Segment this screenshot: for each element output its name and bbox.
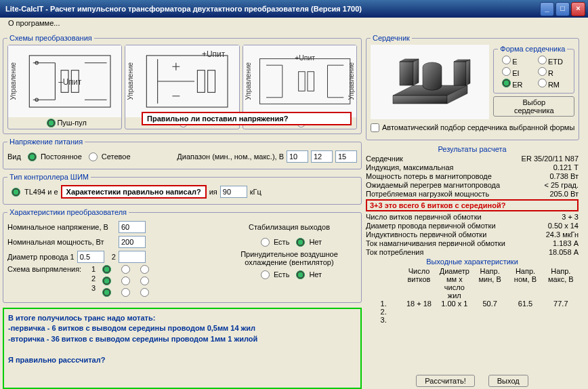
- result-row: Индукция, максимальная0.121 Т: [366, 163, 579, 171]
- rect-1-1[interactable]: [102, 265, 111, 274]
- result-row: Индуктивность первичной обмотки24.3 мкГн: [366, 230, 579, 239]
- result-row: Ток намагничивания первичной обмотки1.18…: [366, 239, 579, 247]
- close-button[interactable]: ×: [571, 2, 585, 16]
- menu-about[interactable]: О программе...: [4, 18, 64, 28]
- rect-2-2[interactable]: [121, 277, 130, 285]
- svg-rect-8: [208, 70, 215, 93]
- annotation-red-1: Правильно ли поставил напряжения?: [142, 112, 352, 125]
- converter-group: Характеристики преобразователя Номинальн…: [3, 208, 362, 303]
- output-row: 2.: [366, 308, 579, 316]
- auto-core-checkbox[interactable]: [371, 123, 379, 132]
- annotation-red-2: Характеистики правильно написал?: [61, 185, 207, 199]
- shape-EI-radio[interactable]: [502, 67, 511, 76]
- output-row: 3.: [366, 316, 579, 324]
- cool-no-radio[interactable]: [296, 270, 305, 279]
- shape-ETD-radio[interactable]: [538, 56, 547, 64]
- exit-button[interactable]: Выход: [488, 375, 528, 387]
- svg-rect-11: [298, 72, 305, 91]
- output-row: 1.18 + 181.00 x 150.761.577.7: [366, 300, 579, 308]
- frequency-input[interactable]: [220, 186, 247, 198]
- schemes-group: Схемы преобразования Управление –Uпит: [3, 34, 362, 134]
- rect-3-3[interactable]: [140, 288, 149, 297]
- result-row: СердечникER 35/20/11 N87: [366, 155, 579, 163]
- core-shape-group: Форма сердечника E ETD EI R ER RM: [493, 45, 574, 94]
- shape-ER-radio[interactable]: [502, 79, 511, 87]
- annotation-red-3: 3+3 это всего 6 витков с серединой?: [366, 199, 579, 211]
- rect-3-2[interactable]: [121, 288, 130, 297]
- rectifier-grid: [98, 265, 150, 297]
- maximize-button[interactable]: □: [555, 2, 570, 16]
- power-constant-radio[interactable]: [28, 152, 37, 161]
- svg-text:+Uпит: +Uпит: [295, 54, 315, 62]
- rect-2-1[interactable]: [102, 277, 111, 285]
- result-row: Число витков первичной обмотки3 + 3: [366, 213, 579, 221]
- rect-1-2[interactable]: [121, 265, 130, 274]
- wire1-input[interactable]: [77, 251, 104, 263]
- stab-no-radio[interactable]: [296, 238, 305, 247]
- core-group: Сердечник: [366, 34, 579, 140]
- svg-text:+Uпит: +Uпит: [202, 49, 226, 59]
- menubar: О программе...: [0, 18, 588, 31]
- stab-yes-radio[interactable]: [261, 238, 270, 247]
- result-row: Мощность потерь в магнитопроводе0.738 Вт: [366, 172, 579, 180]
- core-image: [371, 45, 489, 119]
- rect-3-1[interactable]: [102, 288, 111, 297]
- pwm-tl494-radio[interactable]: [12, 188, 20, 197]
- cool-yes-radio[interactable]: [261, 270, 270, 279]
- minimize-button[interactable]: _: [540, 2, 554, 16]
- nominal-power-input[interactable]: [119, 236, 146, 248]
- rect-1-3[interactable]: [140, 265, 149, 274]
- annotation-green: В итоге получилось транс надо мотать: -п…: [3, 308, 362, 389]
- nominal-voltage-input[interactable]: [119, 221, 146, 233]
- result-row: Диаметр провода первичной обмотки0.50 x …: [366, 222, 579, 230]
- power-group: Напряжение питания Вид Постоянное Сетево…: [3, 138, 362, 169]
- shape-E-radio[interactable]: [502, 56, 511, 64]
- voltage-max-input[interactable]: [335, 150, 357, 163]
- shape-RM-radio[interactable]: [538, 79, 547, 87]
- rect-2-3[interactable]: [140, 277, 149, 285]
- voltage-nom-input[interactable]: [311, 150, 333, 163]
- scheme-radio-1[interactable]: [47, 119, 56, 127]
- svg-rect-7: [198, 70, 205, 93]
- calculate-button[interactable]: Рассчитать!: [416, 375, 474, 387]
- voltage-min-input[interactable]: [287, 150, 308, 163]
- svg-text:–Uпит: –Uпит: [58, 77, 81, 87]
- pick-core-button[interactable]: Выбор сердечника: [493, 96, 574, 117]
- window-title: Lite-CalcIT - Расчет импульсного трансфо…: [3, 5, 540, 13]
- wire2-input[interactable]: [119, 251, 146, 263]
- pwm-group: Тип контроллера ШИМ TL494 и е Характеист…: [3, 173, 362, 205]
- titlebar: Lite-CalcIT - Расчет импульсного трансфо…: [0, 0, 588, 18]
- svg-rect-12: [308, 72, 314, 91]
- scheme-pushpull: Управление –Uпит Пуш-пул: [7, 45, 122, 129]
- result-row: Ожидаемый перегрев магнитопровода< 25 гр…: [366, 181, 579, 189]
- result-row: Потребляемая нагрузкой мощность205.0 Вт: [366, 190, 579, 198]
- result-row: Ток потребления18.058 А: [366, 248, 579, 256]
- power-mains-radio[interactable]: [89, 152, 98, 161]
- results-group: Результаты расчета СердечникER 35/20/11 …: [366, 144, 579, 324]
- shape-R-radio[interactable]: [538, 67, 547, 76]
